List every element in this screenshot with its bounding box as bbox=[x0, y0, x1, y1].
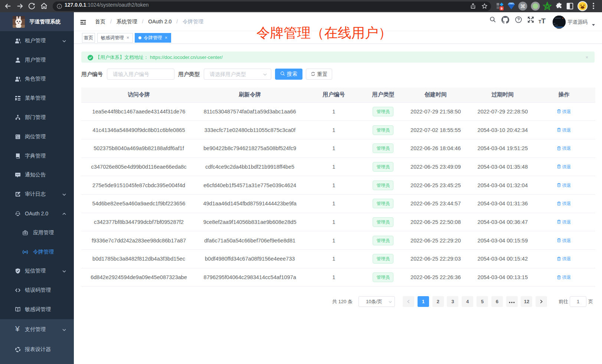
svg-text:9: 9 bbox=[501, 7, 503, 10]
svg-text:⌘: ⌘ bbox=[520, 3, 526, 9]
